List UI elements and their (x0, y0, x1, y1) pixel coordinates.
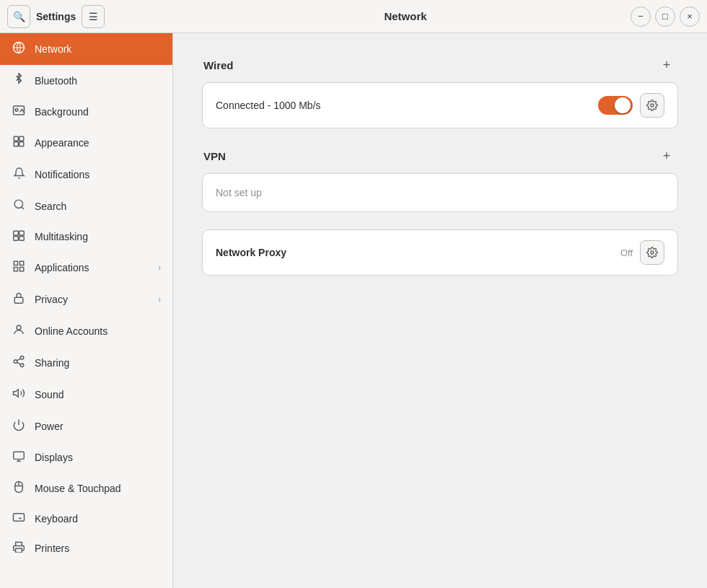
vpn-not-setup-text: Not set up (216, 187, 262, 198)
notifications-icon (12, 167, 26, 183)
svg-line-22 (17, 362, 20, 364)
keyboard-icon (12, 512, 26, 525)
sidebar-item-appearance-label: Appearance (35, 137, 161, 149)
svg-line-23 (17, 359, 20, 361)
svg-point-21 (20, 364, 24, 367)
toggle-thumb (615, 97, 631, 113)
sidebar-item-notifications[interactable]: Notifications (0, 159, 172, 190)
settings-title: Settings (36, 11, 76, 22)
sidebar-item-mouse-touchpad[interactable]: Mouse & Touchpad (0, 473, 172, 504)
svg-point-41 (651, 251, 654, 254)
sidebar-item-notifications-label: Notifications (35, 169, 161, 180)
multitasking-icon (12, 229, 26, 244)
titlebar: 🔍 Settings ☰ Network − □ × (0, 0, 707, 33)
sidebar-item-network[interactable]: Network (0, 33, 172, 65)
sidebar-item-power-label: Power (35, 421, 161, 432)
proxy-settings-button[interactable] (640, 240, 664, 265)
svg-rect-10 (19, 231, 25, 235)
sidebar-item-privacy-label: Privacy (35, 294, 149, 305)
sidebar-item-sharing-label: Sharing (35, 357, 161, 369)
svg-point-2 (15, 108, 18, 111)
wired-add-button[interactable]: + (656, 55, 677, 75)
vpn-title: VPN (203, 150, 226, 162)
sidebar-item-online-accounts[interactable]: Online Accounts (0, 315, 172, 347)
applications-icon (12, 260, 26, 276)
sidebar-item-sound[interactable]: Sound (0, 379, 172, 411)
applications-arrow-icon: › (158, 263, 161, 273)
svg-rect-13 (14, 261, 17, 265)
sidebar-item-background-label: Background (35, 106, 161, 118)
vpn-section: VPN + Not set up (202, 146, 678, 212)
sidebar-item-background[interactable]: Background (0, 97, 172, 127)
wired-toggle[interactable] (598, 96, 633, 115)
wired-connection-row: Connected - 1000 Mb/s (203, 83, 677, 128)
search-button[interactable]: 🔍 (7, 5, 30, 28)
sidebar-item-applications[interactable]: Applications › (0, 252, 172, 284)
power-icon (12, 418, 26, 434)
appearance-icon (12, 135, 26, 151)
sidebar-item-appearance[interactable]: Appearance (0, 127, 172, 159)
main-area: Network Bluetooth Background Appearance (0, 33, 707, 588)
sound-icon (12, 387, 26, 403)
network-icon (12, 41, 26, 57)
svg-rect-5 (14, 142, 18, 146)
gear-icon (646, 100, 658, 111)
sidebar-item-sound-label: Sound (35, 389, 161, 400)
vpn-section-header: VPN + (202, 146, 678, 166)
svg-rect-14 (20, 261, 24, 265)
displays-icon (12, 450, 26, 465)
sidebar-item-keyboard-label: Keyboard (35, 513, 161, 525)
sidebar-item-search-label: Search (35, 201, 161, 212)
svg-rect-16 (20, 268, 24, 271)
sidebar-item-privacy[interactable]: Privacy › (0, 284, 172, 315)
window-controls: − □ × (631, 6, 700, 27)
bluetooth-icon (12, 73, 26, 89)
sidebar-item-power[interactable]: Power (0, 411, 172, 442)
menu-button[interactable]: ☰ (82, 5, 105, 28)
proxy-label: Network Proxy (216, 247, 620, 258)
sidebar-item-mouse-touchpad-label: Mouse & Touchpad (35, 483, 161, 494)
sidebar-item-multitasking-label: Multitasking (35, 231, 161, 242)
window-title: Network (180, 10, 631, 22)
sidebar-item-bluetooth[interactable]: Bluetooth (0, 65, 172, 97)
sidebar-item-displays[interactable]: Displays (0, 442, 172, 473)
privacy-arrow-icon: › (158, 294, 161, 304)
minimize-button[interactable]: − (631, 6, 651, 27)
sidebar-item-displays-label: Displays (35, 452, 161, 463)
wired-connection-label: Connected - 1000 Mb/s (216, 100, 598, 111)
mouse-icon (12, 481, 26, 496)
sidebar-item-keyboard[interactable]: Keyboard (0, 504, 172, 533)
wired-section: Wired + Connected - 1000 Mb/s (202, 55, 678, 128)
sidebar-item-multitasking[interactable]: Multitasking (0, 221, 172, 252)
sidebar-item-sharing[interactable]: Sharing (0, 347, 172, 379)
svg-rect-4 (19, 136, 24, 141)
background-icon (12, 105, 26, 119)
sidebar-item-applications-label: Applications (35, 262, 149, 273)
svg-rect-32 (14, 514, 25, 522)
sidebar-item-bluetooth-label: Bluetooth (35, 75, 161, 87)
proxy-status: Off (620, 247, 633, 258)
vpn-add-button[interactable]: + (656, 146, 677, 166)
svg-point-7 (14, 200, 22, 208)
titlebar-left: 🔍 Settings ☰ (7, 5, 180, 28)
wired-title: Wired (203, 59, 234, 71)
sidebar-item-search[interactable]: Search (0, 190, 172, 221)
svg-rect-26 (14, 452, 25, 459)
svg-rect-39 (16, 548, 22, 553)
sidebar-item-printers[interactable]: Printers (0, 533, 172, 563)
privacy-icon (12, 291, 26, 307)
proxy-section: Network Proxy Off (202, 229, 678, 276)
svg-line-8 (21, 207, 23, 209)
proxy-card: Network Proxy Off (202, 229, 678, 276)
close-button[interactable]: × (680, 6, 700, 27)
svg-rect-6 (19, 142, 24, 146)
svg-rect-3 (14, 136, 18, 141)
svg-rect-9 (14, 231, 19, 235)
svg-point-20 (14, 360, 17, 364)
proxy-gear-icon (646, 247, 658, 258)
wired-settings-button[interactable] (640, 93, 664, 118)
svg-rect-11 (14, 236, 19, 240)
proxy-row: Network Proxy Off (203, 230, 677, 275)
maximize-button[interactable]: □ (655, 6, 675, 27)
sidebar: Network Bluetooth Background Appearance (0, 33, 173, 588)
